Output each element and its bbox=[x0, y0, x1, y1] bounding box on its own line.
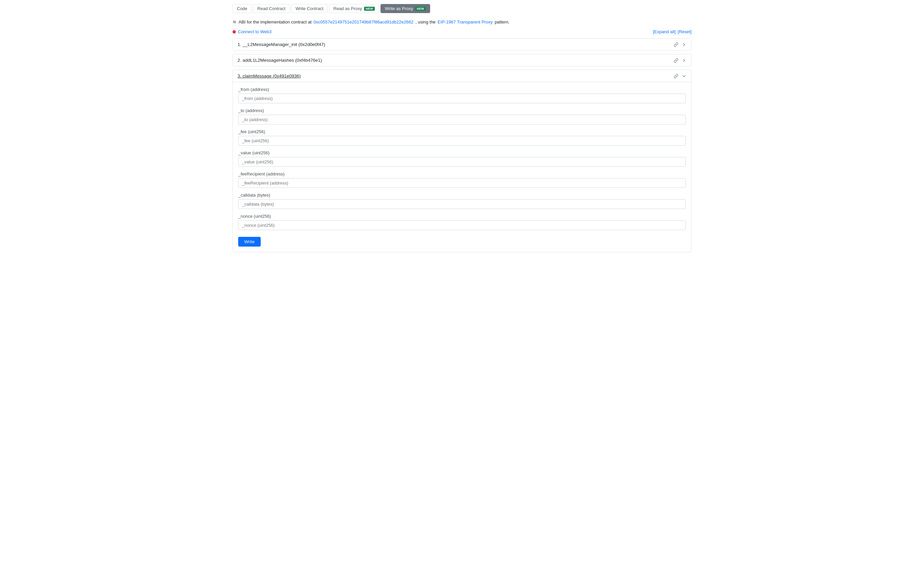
tab-read-contract[interactable]: Read Contract bbox=[253, 4, 290, 13]
stack-icon: ≋ bbox=[232, 19, 237, 24]
field-group-calldata: _calldata (bytes) bbox=[238, 192, 686, 209]
field-label-from: _from (address) bbox=[238, 87, 686, 92]
field-input-fee[interactable] bbox=[238, 136, 686, 146]
section-header-section-3[interactable]: 3. claimMessage (0x491e0936) bbox=[233, 70, 691, 82]
tab-write-as-proxy[interactable]: Write as ProxyNEW bbox=[381, 4, 430, 13]
tab-label-read-contract: Read Contract bbox=[257, 6, 286, 11]
section-header-section-2[interactable]: 2. addL1L2MessageHashes (0xf4b476e1) bbox=[233, 54, 691, 66]
section-title-section-1: 1. __L2MessageManager_init (0x2d0e0f47) bbox=[238, 42, 325, 47]
sections-container: 1. __L2MessageManager_init (0x2d0e0f47)2… bbox=[232, 38, 692, 252]
tab-badge-write-as-proxy: NEW bbox=[415, 7, 426, 11]
section-title-section-2: 2. addL1L2MessageHashes (0xf4b476e1) bbox=[238, 58, 322, 63]
section-body-section-3: _from (address)_to (address)_fee (uint25… bbox=[233, 82, 691, 252]
write-button[interactable]: Write bbox=[238, 237, 261, 246]
reset-button[interactable]: [Reset] bbox=[678, 29, 692, 34]
connect-web3-button[interactable]: Connect to Web3 bbox=[232, 29, 271, 34]
link-icon[interactable] bbox=[674, 58, 678, 63]
tabs-container: CodeRead ContractWrite ContractRead as P… bbox=[232, 4, 692, 13]
tab-read-as-proxy[interactable]: Read as ProxyNEW bbox=[329, 4, 379, 13]
section-header-section-1[interactable]: 1. __L2MessageManager_init (0x2d0e0f47) bbox=[233, 38, 691, 50]
field-group-fee: _fee (uint256) bbox=[238, 129, 686, 146]
field-group-feeRecipient: _feeRecipient (address) bbox=[238, 172, 686, 188]
section-title-section-3: 3. claimMessage (0x491e0936) bbox=[238, 73, 301, 78]
section-section-3: 3. claimMessage (0x491e0936)_from (addre… bbox=[232, 70, 692, 252]
contract-address-link[interactable]: 0xc0557e2149751e201749b87f86acd91db22e26… bbox=[314, 19, 414, 24]
field-input-calldata[interactable] bbox=[238, 199, 686, 209]
tab-label-read-as-proxy: Read as Proxy bbox=[333, 6, 362, 11]
arrow-right-icon[interactable] bbox=[682, 42, 686, 47]
field-label-nonce: _nonce (uint256) bbox=[238, 214, 686, 219]
field-input-feeRecipient[interactable] bbox=[238, 178, 686, 188]
connect-bar: Connect to Web3 [Expand all] [Reset] bbox=[232, 29, 692, 34]
abi-suffix: pattern. bbox=[495, 19, 509, 24]
link-icon[interactable] bbox=[674, 42, 678, 47]
field-label-fee: _fee (uint256) bbox=[238, 129, 686, 134]
section-icons-section-1 bbox=[674, 42, 686, 47]
tab-badge-read-as-proxy: NEW bbox=[364, 7, 375, 11]
eip-link[interactable]: EIP-1967 Transparent Proxy bbox=[438, 19, 492, 24]
field-input-to[interactable] bbox=[238, 115, 686, 124]
field-group-to: _to (address) bbox=[238, 108, 686, 124]
field-input-value[interactable] bbox=[238, 157, 686, 167]
link-icon[interactable] bbox=[674, 74, 678, 78]
tab-write-contract[interactable]: Write Contract bbox=[291, 4, 328, 13]
section-section-1: 1. __L2MessageManager_init (0x2d0e0f47) bbox=[232, 38, 692, 51]
field-group-value: _value (uint256) bbox=[238, 150, 686, 167]
chevron-down-icon[interactable] bbox=[682, 74, 686, 78]
section-section-2: 2. addL1L2MessageHashes (0xf4b476e1) bbox=[232, 54, 692, 67]
tab-label-code: Code bbox=[237, 6, 247, 11]
tab-label-write-as-proxy: Write as Proxy bbox=[385, 6, 413, 11]
section-icons-section-3 bbox=[674, 74, 686, 78]
field-input-from[interactable] bbox=[238, 94, 686, 103]
field-group-nonce: _nonce (uint256) bbox=[238, 214, 686, 230]
abi-using: , using the bbox=[415, 19, 435, 24]
abi-info: ≋ ABI for the implementation contract at… bbox=[232, 19, 692, 24]
field-group-from: _from (address) bbox=[238, 87, 686, 103]
abi-prefix: ABI for the implementation contract at bbox=[238, 19, 312, 24]
field-label-to: _to (address) bbox=[238, 108, 686, 113]
tab-label-write-contract: Write Contract bbox=[295, 6, 324, 11]
page-wrapper: CodeRead ContractWrite ContractRead as P… bbox=[227, 0, 697, 260]
expand-reset-controls: [Expand all] [Reset] bbox=[653, 29, 692, 34]
expand-all-button[interactable]: [Expand all] bbox=[653, 29, 676, 34]
field-label-calldata: _calldata (bytes) bbox=[238, 192, 686, 198]
tab-code[interactable]: Code bbox=[232, 4, 252, 13]
field-label-value: _value (uint256) bbox=[238, 150, 686, 155]
connection-status-dot bbox=[232, 30, 236, 33]
field-input-nonce[interactable] bbox=[238, 221, 686, 230]
section-icons-section-2 bbox=[674, 58, 686, 63]
arrow-right-icon[interactable] bbox=[682, 58, 686, 63]
connect-label: Connect to Web3 bbox=[238, 29, 271, 34]
field-label-feeRecipient: _feeRecipient (address) bbox=[238, 172, 686, 176]
